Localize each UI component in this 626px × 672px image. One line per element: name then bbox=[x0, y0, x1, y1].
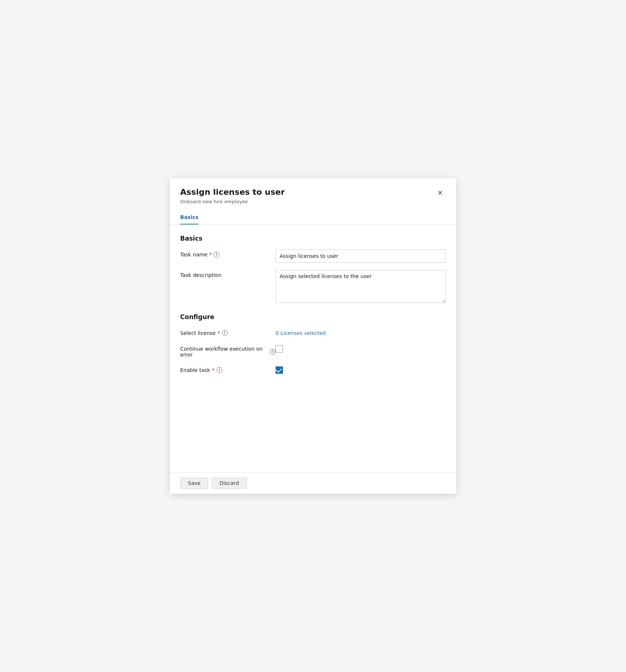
dialog-header-text: Assign licenses to user Onboard new hire… bbox=[180, 187, 285, 204]
close-button[interactable]: ✕ bbox=[434, 187, 446, 199]
continue-workflow-control bbox=[276, 344, 446, 353]
task-description-label: Task description bbox=[180, 270, 276, 278]
task-description-control: Assign selected licenses to the user bbox=[276, 270, 446, 304]
select-license-row: Select license * i 0 Licenses selected bbox=[180, 328, 446, 336]
configure-section: Configure Select license * i 0 Licenses … bbox=[180, 313, 446, 374]
enable-task-label: Enable task * i bbox=[180, 365, 276, 373]
basics-section-heading: Basics bbox=[180, 235, 446, 242]
continue-workflow-row: Continue workflow execution on error i bbox=[180, 344, 446, 358]
license-link[interactable]: 0 Licenses selected bbox=[276, 328, 326, 336]
enable-task-row: Enable task * i bbox=[180, 365, 446, 374]
task-name-row: Task name * i bbox=[180, 249, 446, 263]
continue-workflow-checkbox[interactable] bbox=[276, 345, 283, 353]
task-description-input[interactable]: Assign selected licenses to the user bbox=[276, 270, 446, 303]
task-description-row: Task description Assign selected license… bbox=[180, 270, 446, 304]
task-name-control bbox=[276, 249, 446, 263]
select-license-control: 0 Licenses selected bbox=[276, 328, 446, 336]
select-license-label: Select license * i bbox=[180, 328, 276, 336]
close-icon: ✕ bbox=[437, 189, 443, 197]
select-license-info-icon[interactable]: i bbox=[222, 330, 228, 336]
enable-task-checkbox-wrapper bbox=[276, 365, 446, 374]
task-name-label: Task name * i bbox=[180, 249, 276, 258]
dialog-footer: Save Discard bbox=[170, 472, 456, 494]
enable-task-info-icon[interactable]: i bbox=[216, 367, 222, 373]
dialog-header: Assign licenses to user Onboard new hire… bbox=[170, 178, 456, 210]
continue-workflow-label: Continue workflow execution on error i bbox=[180, 344, 276, 358]
enable-task-checkbox[interactable] bbox=[276, 366, 283, 374]
task-name-input[interactable] bbox=[276, 249, 446, 263]
enable-task-control bbox=[276, 365, 446, 374]
enable-task-required: * bbox=[212, 367, 215, 373]
dialog-title: Assign licenses to user bbox=[180, 187, 285, 198]
select-license-required: * bbox=[218, 330, 220, 336]
tab-basics[interactable]: Basics bbox=[180, 211, 199, 224]
assign-licenses-dialog: Assign licenses to user Onboard new hire… bbox=[170, 178, 456, 494]
dialog-body: Basics Task name * i Task description A bbox=[170, 224, 456, 472]
task-name-info-icon[interactable]: i bbox=[214, 252, 219, 258]
tabs-bar: Basics bbox=[170, 210, 456, 224]
dialog-subtitle: Onboard new hire employee bbox=[180, 199, 285, 204]
discard-button[interactable]: Discard bbox=[212, 478, 247, 489]
task-name-required: * bbox=[209, 252, 212, 258]
basics-section: Basics Task name * i Task description A bbox=[180, 235, 446, 304]
save-button[interactable]: Save bbox=[180, 478, 208, 489]
continue-workflow-checkbox-wrapper bbox=[276, 344, 446, 353]
continue-workflow-info-icon[interactable]: i bbox=[270, 349, 276, 355]
configure-section-heading: Configure bbox=[180, 313, 446, 321]
